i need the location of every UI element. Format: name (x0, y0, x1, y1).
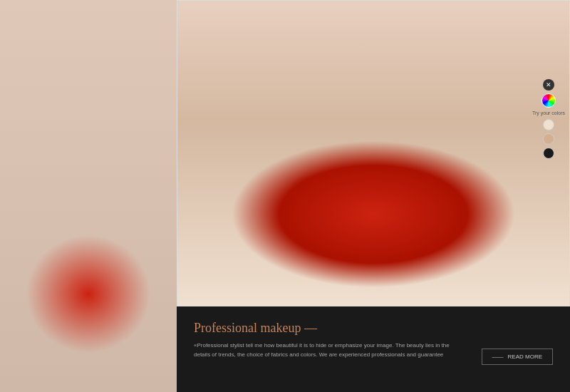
bottom-title: Professional makeup — (194, 321, 467, 336)
bottom-section: Professional makeup — «Professional styl… (177, 306, 570, 392)
mobile-hero-images (21, 160, 156, 220)
color-picker: ✕ Try your colors (532, 79, 565, 159)
right-panel: SANA HOME ▾ ABOUT US PRODUCTS ▾ BLOG ▾ G… (177, 0, 570, 392)
hero-images (334, 101, 555, 244)
close-picker-button[interactable]: ✕ (543, 79, 554, 91)
color-swatch-1[interactable] (543, 119, 554, 130)
color-swatch-2[interactable] (543, 133, 554, 145)
left-panel: Sana Theme By like-themes themes SANA ≡ … (0, 0, 177, 392)
bottom-text: Professional makeup — «Professional styl… (194, 321, 467, 360)
desktop-hero: Discover your trendy beauty make-up Inte… (177, 48, 569, 296)
bottom-description: «Professional stylist tell me how beauti… (194, 341, 467, 360)
mobile-image-right (90, 160, 156, 220)
color-wheel-icon[interactable] (542, 93, 556, 108)
bottom-read-more-dash: —— (492, 354, 504, 360)
desktop-preview: SANA HOME ▾ ABOUT US PRODUCTS ▾ BLOG ▾ G… (177, 0, 570, 306)
bottom-read-more-button[interactable]: —— READ MORE (482, 349, 553, 365)
color-swatch-3[interactable] (543, 148, 554, 159)
try-colors-label: Try your colors (532, 110, 565, 116)
bottom-read-more-label: READ MORE (508, 354, 542, 360)
mobile-preview: SANA ≡ Discover your trendy beauty make-… (14, 110, 163, 301)
